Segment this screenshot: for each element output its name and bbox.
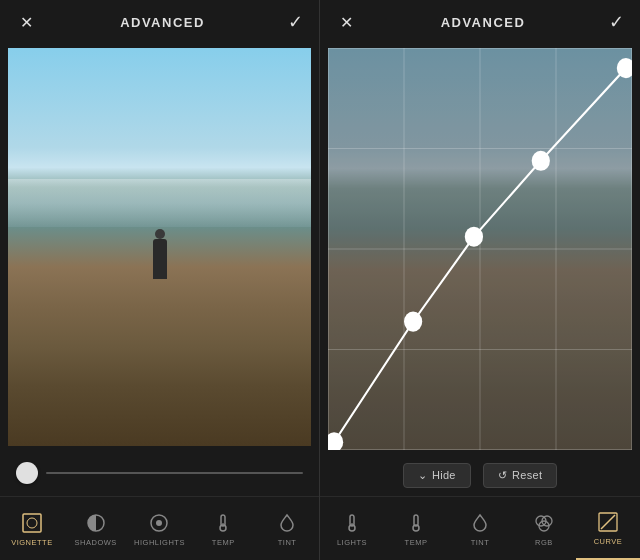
curve-point-1[interactable]: [328, 432, 343, 450]
left-header: ✕ ADVANCED ✓: [0, 0, 319, 44]
tool-tint-right[interactable]: TINT: [448, 497, 512, 560]
tool-rgb[interactable]: RGB: [512, 497, 576, 560]
left-confirm-button[interactable]: ✓: [288, 11, 303, 33]
tool-highlights[interactable]: HIGHLIGHTS: [128, 497, 192, 560]
vignette-slider-area: [0, 450, 319, 496]
tool-tint-left[interactable]: TINT: [255, 497, 319, 560]
vignette-slider-knob[interactable]: [16, 462, 38, 484]
right-panel-title: ADVANCED: [441, 15, 526, 30]
temp-icon-left: [212, 512, 234, 534]
hide-reset-bar: ⌄ Hide ↺ Reset: [320, 454, 640, 496]
svg-rect-0: [23, 514, 41, 532]
temp-icon-right: [405, 512, 427, 534]
left-toolbar: VIGNETTE SHADOWS HIGHLIGHTS: [0, 496, 319, 560]
reset-button[interactable]: ↺ Reset: [483, 463, 558, 488]
tint-icon-left: [276, 512, 298, 534]
tool-curve[interactable]: CURVE: [576, 497, 640, 560]
vignette-slider-track[interactable]: [46, 472, 303, 474]
highlights-icon: [148, 512, 170, 534]
chevron-down-icon: ⌄: [418, 469, 427, 482]
tool-vignette[interactable]: VIGNETTE: [0, 497, 64, 560]
right-panel: ✕ ADVANCED ✓: [320, 0, 640, 560]
curve-canvas[interactable]: [328, 48, 632, 450]
tint-label-left: TINT: [278, 538, 297, 547]
tool-shadows[interactable]: SHADOWS: [64, 497, 128, 560]
beach-figure-left: [153, 239, 167, 279]
curve-point-2[interactable]: [404, 312, 422, 332]
curve-svg[interactable]: [328, 48, 632, 450]
left-panel-title: ADVANCED: [120, 15, 205, 30]
left-close-button[interactable]: ✕: [16, 9, 37, 36]
left-panel: ✕ ADVANCED ✓ VIGNETTE: [0, 0, 320, 560]
reset-label: Reset: [512, 469, 542, 481]
beach-photo-left: [8, 48, 311, 446]
left-image-area: [8, 48, 311, 446]
water-shimmer: [8, 179, 311, 227]
rgb-label: RGB: [535, 538, 553, 547]
vignette-icon: [21, 512, 43, 534]
tint-label-right: TINT: [471, 538, 490, 547]
temp-label-left: TEMP: [212, 538, 235, 547]
shadows-icon: [85, 512, 107, 534]
right-confirm-button[interactable]: ✓: [609, 11, 624, 33]
highlights-label: HIGHLIGHTS: [134, 538, 185, 547]
tool-lights[interactable]: LIGHTS: [320, 497, 384, 560]
hide-button[interactable]: ⌄ Hide: [403, 463, 471, 488]
vignette-label: VIGNETTE: [11, 538, 53, 547]
reset-icon: ↺: [498, 469, 507, 482]
right-close-button[interactable]: ✕: [336, 9, 357, 36]
right-header: ✕ ADVANCED ✓: [320, 0, 640, 44]
tint-icon-right: [469, 512, 491, 534]
hide-label: Hide: [432, 469, 456, 481]
curve-icon: [597, 511, 619, 533]
right-toolbar: LIGHTS TEMP TINT: [320, 496, 640, 560]
svg-point-1: [27, 518, 37, 528]
curve-point-3[interactable]: [465, 227, 483, 247]
svg-point-4: [156, 520, 162, 526]
curve-point-4[interactable]: [532, 151, 550, 171]
shadows-label: SHADOWS: [75, 538, 117, 547]
lights-icon: [341, 512, 363, 534]
tool-temp-right[interactable]: TEMP: [384, 497, 448, 560]
tool-temp-left[interactable]: TEMP: [191, 497, 255, 560]
temp-label-right: TEMP: [405, 538, 428, 547]
curve-label: CURVE: [594, 537, 623, 546]
rgb-icon: [533, 512, 555, 534]
lights-label: LIGHTS: [337, 538, 367, 547]
